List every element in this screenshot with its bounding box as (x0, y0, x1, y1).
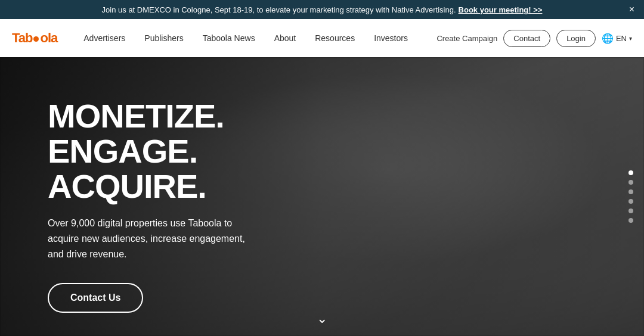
nav-investors[interactable]: Investors (364, 19, 417, 57)
navbar: Tabola Advertisers Publishers Taboola Ne… (0, 19, 644, 57)
chevron-down-icon: ▾ (629, 35, 632, 42)
nav-publishers[interactable]: Publishers (135, 19, 193, 57)
contact-button[interactable]: Contact (503, 30, 550, 47)
hero-headline: MONETIZE. ENGAGE. ACQUIRE. (48, 99, 644, 204)
announcement-text: Join us at DMEXCO in Cologne, Sept 18-19… (102, 5, 456, 14)
scroll-dots (628, 170, 633, 223)
scroll-down-arrow[interactable]: ⌄ (317, 311, 327, 326)
headline-line-1: MONETIZE. (48, 99, 644, 134)
create-campaign-link[interactable]: Create Campaign (436, 34, 497, 43)
nav-resources[interactable]: Resources (305, 19, 364, 57)
scroll-dot-4[interactable] (628, 199, 633, 204)
announcement-link[interactable]: Book your meeting! >> (459, 5, 543, 14)
nav-links: Advertisers Publishers Taboola News Abou… (74, 19, 436, 57)
headline-line-3: ACQUIRE. (48, 169, 644, 204)
close-icon[interactable]: × (629, 4, 634, 15)
logo[interactable]: Tabola (12, 30, 57, 46)
hero-content: MONETIZE. ENGAGE. ACQUIRE. Over 9,000 di… (0, 57, 644, 313)
lang-label: EN (616, 34, 627, 43)
scroll-dot-3[interactable] (628, 189, 633, 194)
hero-section: MONETIZE. ENGAGE. ACQUIRE. Over 9,000 di… (0, 57, 644, 336)
scroll-dot-1[interactable] (628, 170, 633, 175)
contact-us-button[interactable]: Contact Us (48, 283, 143, 313)
globe-icon: 🌐 (602, 33, 614, 44)
nav-advertisers[interactable]: Advertisers (74, 19, 135, 57)
nav-about[interactable]: About (265, 19, 306, 57)
scroll-dot-5[interactable] (628, 209, 633, 213)
login-button[interactable]: Login (556, 30, 596, 47)
scroll-dot-6[interactable] (628, 218, 633, 223)
nav-right: Create Campaign Contact Login 🌐 EN ▾ (436, 30, 632, 47)
headline-line-2: ENGAGE. (48, 134, 644, 169)
nav-taboola-news[interactable]: Taboola News (193, 19, 265, 57)
scroll-dot-2[interactable] (628, 180, 633, 185)
language-selector[interactable]: 🌐 EN ▾ (602, 33, 632, 44)
hero-subtext: Over 9,000 digital properties use Tabool… (48, 216, 256, 262)
logo-text: Tabola (12, 30, 57, 46)
announcement-bar: Join us at DMEXCO in Cologne, Sept 18-19… (0, 0, 644, 19)
